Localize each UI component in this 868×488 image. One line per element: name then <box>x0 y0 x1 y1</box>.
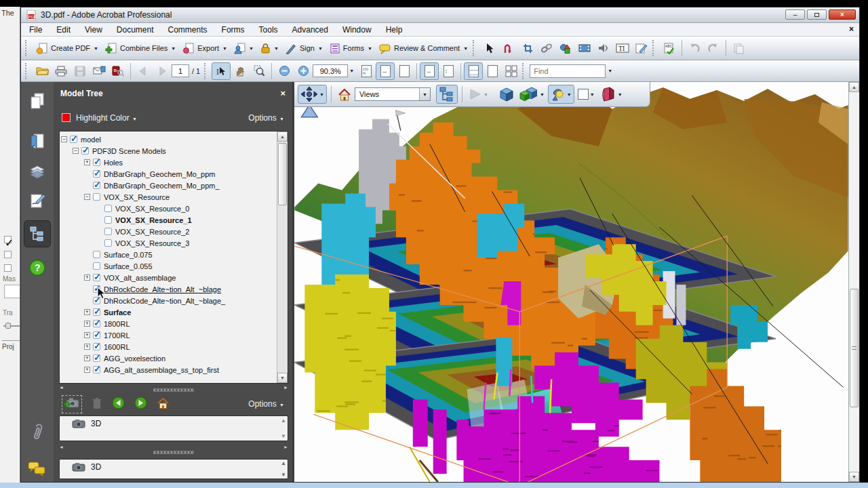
collaborate-button[interactable]: ▼ <box>231 39 257 58</box>
crop-tool-button[interactable] <box>518 39 537 57</box>
tree-item[interactable]: VOX_SX_Resource_3 <box>61 237 276 249</box>
tree-item-checkbox[interactable] <box>93 251 100 258</box>
3d-viewport[interactable]: ▼ Views ▼ ▼ ▼ ▼ ▼ ▼ <box>294 82 859 482</box>
viewport-scrollbar[interactable]: ▲ ▼ <box>848 82 859 482</box>
minimize-button[interactable]: – <box>785 9 805 20</box>
find-caret-icon[interactable]: ▼ <box>608 68 612 73</box>
menu-item-help[interactable]: Help <box>386 25 403 35</box>
panel-close-icon[interactable]: × <box>280 88 285 98</box>
menu-item-view[interactable]: View <box>85 25 102 35</box>
create-pdf-button[interactable]: Create PDF▼ <box>33 39 102 58</box>
tree-item[interactable]: +1700RL <box>61 329 276 341</box>
tree-item[interactable]: +AGG_alt_assemblage_ss_top_first <box>61 364 276 375</box>
tree-item-checkbox[interactable] <box>93 262 100 270</box>
render-mode-button[interactable]: ▼ <box>517 85 547 104</box>
cross-section-button[interactable]: ▼ <box>598 85 625 104</box>
open-button[interactable] <box>33 62 52 80</box>
menu-item-advanced[interactable]: Advanced <box>292 25 328 35</box>
scroll-thumb[interactable] <box>850 289 859 407</box>
expand-icon[interactable]: + <box>84 355 90 361</box>
menu-item-comments[interactable]: Comments <box>168 25 208 35</box>
lighting-button[interactable]: ▼ <box>548 85 574 104</box>
tree-item-checkbox[interactable] <box>70 136 77 143</box>
tree-item[interactable]: VOX_SX_Resource_2 <box>61 226 276 237</box>
scroll-up-icon[interactable]: ▲ <box>849 82 859 92</box>
tree-item-checkbox[interactable] <box>93 193 100 201</box>
toolbar-close-icon[interactable]: × <box>849 24 854 34</box>
tree-item[interactable]: Surface_0.075 <box>61 249 276 260</box>
tree-item[interactable]: VOX_SX_Resource_1 <box>61 214 276 226</box>
tree-item-checkbox[interactable] <box>93 354 100 362</box>
tree-item-checkbox[interactable] <box>93 331 100 339</box>
tree-item[interactable]: DhBarGraph_Geochem_Mo_ppm_ <box>61 180 276 191</box>
panel-splitter[interactable] <box>59 388 288 392</box>
scroll-down-icon[interactable]: ▼ <box>277 373 288 383</box>
toolbar-grip[interactable] <box>652 40 657 56</box>
tree-item[interactable]: −VOX_SX_Resource <box>61 191 276 203</box>
views-options-button[interactable]: Options ▼ <box>248 399 284 409</box>
attachments-panel-button[interactable] <box>26 422 48 444</box>
tree-item[interactable]: +VOX_alt_assemblage <box>61 272 276 283</box>
tree-item[interactable]: +AGG_voxelsection <box>61 352 276 364</box>
tree-item[interactable]: −model <box>61 134 276 145</box>
zoom-caret-icon[interactable]: ▼ <box>349 68 354 73</box>
spell-check-button[interactable]: ABC <box>660 39 679 57</box>
toolbar-grip[interactable] <box>473 40 477 56</box>
views-dropdown-caret[interactable]: ▼ <box>419 88 430 100</box>
previous-view-button[interactable] <box>112 396 125 411</box>
tree-item-checkbox[interactable] <box>93 343 100 350</box>
restore-button[interactable] <box>807 9 827 20</box>
view-list-item[interactable]: 3D <box>60 460 288 472</box>
collapse-icon[interactable]: − <box>84 194 90 200</box>
view-list-item[interactable]: 3D <box>60 416 288 428</box>
default-view-button[interactable] <box>157 397 170 411</box>
tree-item-checkbox[interactable] <box>104 239 112 247</box>
find-input[interactable] <box>530 64 606 78</box>
expand-icon[interactable]: + <box>84 367 90 373</box>
list-scroll-up-icon[interactable]: ▲ <box>281 460 286 466</box>
two-up-button[interactable] <box>502 62 521 80</box>
tree-item[interactable]: DhBarGraph_Geochem_Mo_ppm <box>61 168 276 180</box>
hand-tool-button[interactable] <box>231 62 250 80</box>
touchup-reading-order-button[interactable] <box>499 39 518 57</box>
play-animation-button[interactable]: ▼ <box>467 85 490 104</box>
scroll-up-icon[interactable]: ▲ <box>277 131 288 142</box>
actual-size-button[interactable]: 100% <box>357 62 376 80</box>
touchup-object-tool-button[interactable] <box>632 39 651 57</box>
tree-item[interactable]: −PDF3D Scene Models <box>61 145 276 157</box>
layers-panel-button[interactable] <box>26 161 48 182</box>
tree-item[interactable]: VOX_SX_Resource_0 <box>61 203 276 214</box>
tree-item-checkbox[interactable] <box>93 159 100 166</box>
tree-item-checkbox[interactable] <box>93 366 100 373</box>
pages-panel-button[interactable] <box>26 90 48 112</box>
review-comment-button[interactable]: Review & Comment▼ <box>376 39 471 58</box>
menu-item-window[interactable]: Window <box>342 25 372 35</box>
expand-icon[interactable]: + <box>84 159 90 165</box>
toolbar-grip[interactable] <box>522 63 527 79</box>
previous-page-button[interactable] <box>134 62 153 80</box>
scrolling-mode-button[interactable] <box>464 62 483 80</box>
menu-item-tools[interactable]: Tools <box>259 25 278 35</box>
collapse-icon[interactable]: − <box>61 136 67 142</box>
expand-icon[interactable]: + <box>84 309 90 315</box>
tree-item-checkbox[interactable] <box>81 147 89 155</box>
views-hscrollbar[interactable]: ◄► <box>59 444 288 450</box>
menu-item-file[interactable]: File <box>29 25 42 35</box>
select-tool-button[interactable] <box>480 39 499 57</box>
marquee-zoom-button[interactable] <box>250 62 269 80</box>
forms-button[interactable]: Forms▼ <box>326 39 376 58</box>
tree-item-checkbox[interactable] <box>93 182 100 189</box>
tree-item-checkbox[interactable] <box>104 228 112 235</box>
scroll-down-icon[interactable]: ▼ <box>849 472 859 482</box>
tree-item-checkbox[interactable] <box>93 320 100 327</box>
fit-width-button[interactable]: ↔ <box>376 62 395 80</box>
scroll-thumb[interactable] <box>278 143 287 205</box>
tree-item[interactable]: DhRockCode_Alte~tion_Alt_~blage_ <box>61 295 276 306</box>
page-number-input[interactable] <box>172 64 189 77</box>
tree-item[interactable]: +Holes <box>61 157 276 168</box>
list-scroll-up-icon[interactable]: ▲ <box>281 418 286 424</box>
tree-item-checkbox[interactable] <box>93 170 100 178</box>
zoom-out-button[interactable] <box>275 62 294 80</box>
close-button[interactable]: × <box>829 9 856 20</box>
highlight-color-button[interactable]: Highlight Color ▼ <box>76 113 137 123</box>
